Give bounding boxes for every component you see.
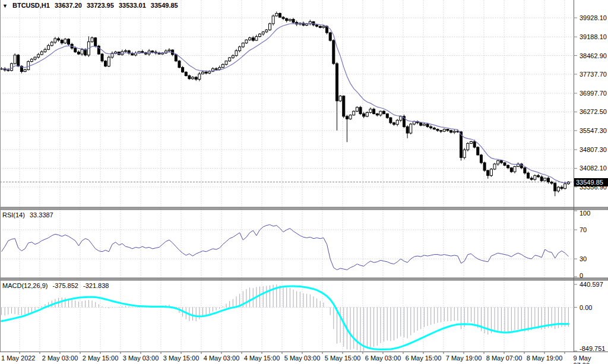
candle-bear <box>420 123 422 125</box>
candle-bear <box>185 72 187 75</box>
candle-bull <box>272 16 274 24</box>
candle-bear <box>500 161 502 163</box>
rsi-panel-plot[interactable] <box>0 210 574 278</box>
candle-bear <box>346 116 348 119</box>
candle-bull <box>242 43 244 47</box>
candle-bull <box>239 47 241 51</box>
candle-bear <box>507 165 509 167</box>
candle-bull <box>50 42 53 46</box>
candle-bear <box>332 40 335 64</box>
candle-bull <box>353 111 355 115</box>
candle-bull <box>255 37 258 41</box>
ohlc-low: 33533.01 <box>119 2 146 9</box>
candle-bull <box>289 20 291 21</box>
macd-name: MACD(12,26,9) <box>2 282 48 289</box>
candle-bear <box>182 68 184 72</box>
candle-bear <box>252 38 254 40</box>
candle-bull <box>125 50 127 51</box>
panel-separator[interactable] <box>0 278 608 280</box>
candle-bear <box>77 52 80 54</box>
candle-bull <box>497 161 499 164</box>
chart-canvas[interactable] <box>0 0 608 364</box>
candle-bull <box>339 96 341 101</box>
candle-bear <box>487 170 489 176</box>
candle-bull <box>48 46 50 50</box>
candle-bull <box>229 58 231 61</box>
candle-bull <box>27 62 30 70</box>
candle-bull <box>369 109 372 113</box>
panel-separator[interactable] <box>0 207 608 210</box>
macd-main-value: -375.852 <box>52 282 78 289</box>
collapse-chevron-icon[interactable]: ▼ <box>2 3 8 9</box>
candle-bear <box>373 109 375 114</box>
candle-bull <box>81 49 83 54</box>
macd-signal-value: -321.838 <box>83 282 109 289</box>
candle-bear <box>446 129 449 131</box>
candle-bull <box>192 77 194 79</box>
candle-bear <box>205 72 207 73</box>
candle-bull <box>14 55 16 64</box>
candle-bear <box>58 39 60 40</box>
candle-bear <box>363 114 365 116</box>
candle-bull <box>423 124 425 125</box>
candle-bear <box>480 155 482 163</box>
rsi-value: 33.3387 <box>30 211 53 219</box>
candle-bear <box>406 126 408 133</box>
candle-bull <box>249 38 251 40</box>
candle-bear <box>17 55 20 67</box>
candle-bear <box>440 131 442 131</box>
candle-bear <box>336 64 338 101</box>
candle-bull <box>107 57 110 66</box>
candle-bear <box>530 178 533 179</box>
candle-bear <box>343 96 345 116</box>
candle-bear <box>527 173 530 178</box>
candle-bear <box>329 33 331 40</box>
candle-bull <box>544 178 546 181</box>
ohlc-close: 33549.85 <box>151 2 178 9</box>
candle-bear <box>547 178 549 182</box>
candle-bear <box>188 75 191 78</box>
candle-bull <box>235 50 238 55</box>
candle-bear <box>7 70 10 71</box>
ohlc-open: 33637.20 <box>55 2 82 9</box>
candle-bull <box>396 120 398 124</box>
candle-bull <box>34 57 36 59</box>
candle-bear <box>74 48 77 52</box>
candle-bull <box>54 39 56 42</box>
candle-bull <box>322 26 325 27</box>
candle-bear <box>554 183 556 191</box>
main-panel-plot[interactable] <box>0 0 574 207</box>
candle-bull <box>10 64 12 71</box>
candle-bear <box>383 111 385 113</box>
candle-bull <box>493 164 496 169</box>
candle-bear <box>359 107 362 114</box>
candle-bull <box>265 30 268 31</box>
candle-bear <box>61 40 63 43</box>
candle-bull <box>245 40 248 43</box>
candle-bear <box>510 168 512 172</box>
candle-bull <box>208 71 211 73</box>
candle-bear <box>540 177 543 181</box>
trading-chart-window: ▼ BTCUSD,H1 33637.20 33723.95 33533.01 3… <box>0 0 608 364</box>
candle-bear <box>426 124 429 126</box>
rsi-indicator-label: RSI(14) 33.3387 <box>2 211 56 219</box>
candle-bear <box>433 128 435 129</box>
candle-bull <box>64 39 66 43</box>
candle-bull <box>557 187 559 191</box>
candle-bull <box>40 52 43 55</box>
candle-bear <box>94 38 97 46</box>
candle-bear <box>101 54 103 61</box>
candle-bull <box>453 131 455 132</box>
candle-bull <box>24 69 26 71</box>
candle-bull <box>470 141 473 143</box>
candle-bull <box>269 24 271 30</box>
candle-bull <box>463 150 466 157</box>
candle-bull <box>410 124 412 133</box>
candle-bear <box>292 20 294 23</box>
candle-bear <box>477 147 479 155</box>
candle-bull <box>168 50 170 51</box>
candle-bull <box>413 122 415 124</box>
candle-bull <box>44 49 46 52</box>
candle-bull <box>202 72 204 74</box>
candle-bear <box>430 126 432 128</box>
